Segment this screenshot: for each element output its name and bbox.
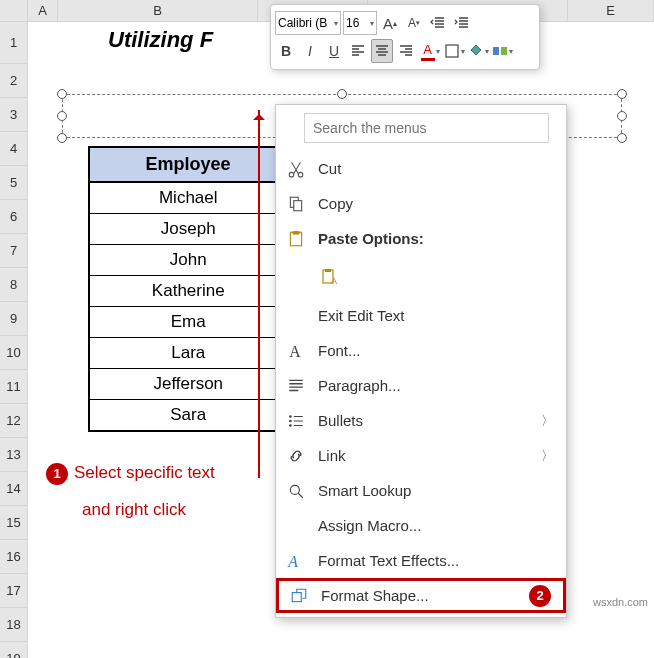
context-menu: Cut Copy Paste Options: A Exit Edit Text… (275, 104, 567, 618)
annotation-text-1: Select specific text (74, 463, 215, 483)
menu-font[interactable]: A Font... (276, 333, 566, 368)
format-shape-icon (287, 586, 311, 606)
annotation-arrow (258, 110, 260, 478)
row-header[interactable]: 2 (0, 64, 28, 98)
decrease-indent-button[interactable] (427, 11, 449, 35)
row-header[interactable]: 9 (0, 302, 28, 336)
menu-assign-macro[interactable]: Assign Macro... (276, 508, 566, 543)
menu-paste-keep-text[interactable]: A (276, 256, 566, 298)
row-header[interactable]: 5 (0, 166, 28, 200)
resize-handle[interactable] (57, 111, 67, 121)
svg-rect-18 (292, 592, 301, 601)
cut-icon (284, 159, 308, 179)
svg-rect-1 (493, 47, 499, 55)
row-header[interactable]: 14 (0, 472, 28, 506)
svg-point-13 (289, 415, 292, 418)
watermark: wsxdn.com (593, 596, 648, 608)
svg-text:A: A (287, 552, 298, 569)
decrease-font-button[interactable]: A▾ (403, 11, 425, 35)
italic-button[interactable]: I (299, 39, 321, 63)
link-icon (284, 446, 308, 466)
resize-handle[interactable] (617, 89, 627, 99)
text-effects-icon: A (284, 551, 308, 571)
page-title: Utilizing F (108, 27, 213, 53)
row-header[interactable]: 3 (0, 98, 28, 132)
row-header[interactable]: 15 (0, 506, 28, 540)
increase-font-button[interactable]: A▴ (379, 11, 401, 35)
shape-fill-button[interactable]: ▾ (467, 39, 489, 63)
menu-bullets[interactable]: Bullets 〉 (276, 403, 566, 438)
annotation-badge-1: 1 (46, 463, 68, 485)
col-header-a[interactable]: A (28, 0, 58, 21)
resize-handle[interactable] (617, 111, 627, 121)
font-icon: A (284, 341, 308, 361)
smart-lookup-icon (284, 481, 308, 501)
submenu-arrow-icon: 〉 (541, 412, 558, 430)
row-header[interactable]: 4 (0, 132, 28, 166)
shape-outline-button[interactable]: ▾ (443, 39, 465, 63)
menu-format-shape[interactable]: Format Shape... 2 (276, 578, 566, 613)
select-all-corner[interactable] (0, 0, 28, 21)
menu-paste-options: Paste Options: (276, 221, 566, 256)
row-header[interactable]: 7 (0, 234, 28, 268)
row-header[interactable]: 6 (0, 200, 28, 234)
mini-toolbar: Calibri (B▾ 16▾ A▴ A▾ B I U A▾ ▾ ▾ ▾ (270, 4, 540, 70)
resize-handle[interactable] (57, 89, 67, 99)
resize-handle[interactable] (57, 133, 67, 143)
row-header[interactable]: 13 (0, 438, 28, 472)
svg-rect-10 (325, 269, 331, 272)
menu-cut[interactable]: Cut (276, 151, 566, 186)
paste-icon (284, 229, 308, 249)
resize-handle[interactable] (617, 133, 627, 143)
row-header[interactable]: 17 (0, 574, 28, 608)
bullets-icon (284, 411, 308, 431)
menu-exit-edit-text[interactable]: Exit Edit Text (276, 298, 566, 333)
styles-button[interactable]: ▾ (491, 39, 513, 63)
svg-rect-8 (293, 231, 300, 234)
annotation-badge-2: 2 (529, 585, 551, 607)
svg-point-16 (290, 485, 299, 494)
font-size-input[interactable]: 16▾ (343, 11, 377, 35)
font-color-button[interactable]: A▾ (419, 39, 441, 63)
resize-handle[interactable] (337, 89, 347, 99)
row-header[interactable]: 16 (0, 540, 28, 574)
increase-indent-button[interactable] (451, 11, 473, 35)
svg-rect-2 (501, 47, 507, 55)
svg-point-3 (289, 172, 294, 177)
row-header[interactable]: 19 (0, 642, 28, 658)
menu-link[interactable]: Link 〉 (276, 438, 566, 473)
col-header-e[interactable]: E (568, 0, 654, 21)
svg-text:A: A (289, 342, 301, 359)
font-name-input[interactable]: Calibri (B▾ (275, 11, 341, 35)
col-header-b[interactable]: B (58, 0, 258, 21)
menu-copy[interactable]: Copy (276, 186, 566, 221)
submenu-arrow-icon: 〉 (541, 447, 558, 465)
row-header[interactable]: 11 (0, 370, 28, 404)
menu-paragraph[interactable]: Paragraph... (276, 368, 566, 403)
row-header[interactable]: 1 (0, 22, 28, 64)
row-header[interactable]: 8 (0, 268, 28, 302)
copy-icon (284, 194, 308, 214)
svg-rect-6 (294, 200, 302, 210)
menu-format-text-effects[interactable]: A Format Text Effects... (276, 543, 566, 578)
align-center-button[interactable] (371, 39, 393, 63)
menu-search-input[interactable] (304, 113, 549, 143)
annotation-text-2: and right click (82, 500, 186, 520)
paragraph-icon (284, 376, 308, 396)
menu-smart-lookup[interactable]: Smart Lookup (276, 473, 566, 508)
paste-text-icon: A (318, 267, 342, 287)
row-header[interactable]: 18 (0, 608, 28, 642)
svg-text:A: A (331, 276, 337, 286)
svg-point-4 (298, 172, 303, 177)
svg-point-15 (289, 424, 292, 427)
svg-rect-0 (446, 45, 458, 57)
bold-button[interactable]: B (275, 39, 297, 63)
underline-button[interactable]: U (323, 39, 345, 63)
align-left-button[interactable] (347, 39, 369, 63)
row-header[interactable]: 12 (0, 404, 28, 438)
svg-point-14 (289, 419, 292, 422)
row-headers: 1 2 3 4 5 6 7 8 9 10 11 12 13 14 15 16 1… (0, 22, 28, 658)
row-header[interactable]: 10 (0, 336, 28, 370)
align-right-button[interactable] (395, 39, 417, 63)
